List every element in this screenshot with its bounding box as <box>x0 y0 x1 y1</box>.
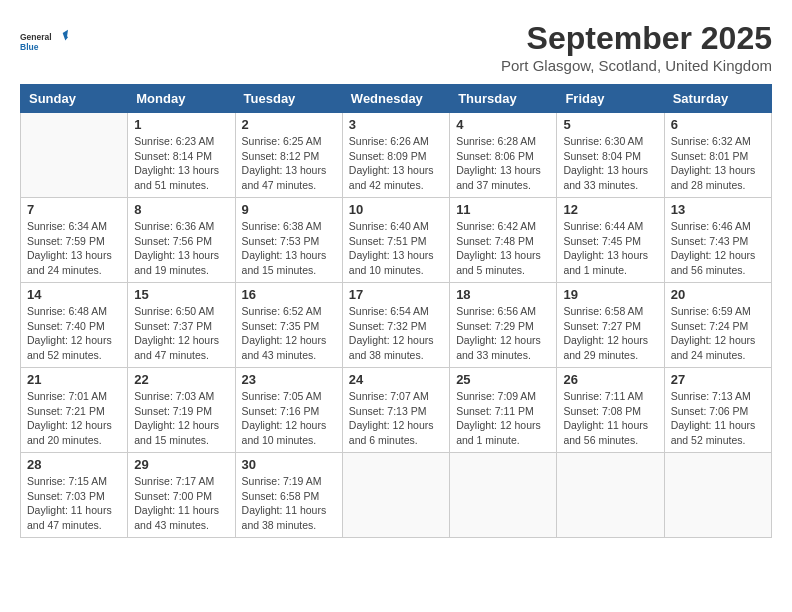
day-info: Sunrise: 6:44 AMSunset: 7:45 PMDaylight:… <box>563 219 657 278</box>
location: Port Glasgow, Scotland, United Kingdom <box>501 57 772 74</box>
day-info: Sunrise: 6:38 AMSunset: 7:53 PMDaylight:… <box>242 219 336 278</box>
calendar-cell: 22Sunrise: 7:03 AMSunset: 7:19 PMDayligh… <box>128 368 235 453</box>
day-info: Sunrise: 6:50 AMSunset: 7:37 PMDaylight:… <box>134 304 228 363</box>
weekday-header-thursday: Thursday <box>450 85 557 113</box>
logo-graphic: General Blue <box>20 20 68 64</box>
calendar-cell: 11Sunrise: 6:42 AMSunset: 7:48 PMDayligh… <box>450 198 557 283</box>
day-info: Sunrise: 7:15 AMSunset: 7:03 PMDaylight:… <box>27 474 121 533</box>
calendar-cell: 12Sunrise: 6:44 AMSunset: 7:45 PMDayligh… <box>557 198 664 283</box>
day-number: 25 <box>456 372 550 387</box>
day-info: Sunrise: 6:32 AMSunset: 8:01 PMDaylight:… <box>671 134 765 193</box>
day-info: Sunrise: 6:48 AMSunset: 7:40 PMDaylight:… <box>27 304 121 363</box>
day-number: 27 <box>671 372 765 387</box>
day-info: Sunrise: 6:23 AMSunset: 8:14 PMDaylight:… <box>134 134 228 193</box>
day-number: 10 <box>349 202 443 217</box>
calendar: SundayMondayTuesdayWednesdayThursdayFrid… <box>20 84 772 538</box>
day-number: 22 <box>134 372 228 387</box>
calendar-cell: 24Sunrise: 7:07 AMSunset: 7:13 PMDayligh… <box>342 368 449 453</box>
day-number: 23 <box>242 372 336 387</box>
calendar-cell <box>342 453 449 538</box>
calendar-cell: 15Sunrise: 6:50 AMSunset: 7:37 PMDayligh… <box>128 283 235 368</box>
calendar-cell: 3Sunrise: 6:26 AMSunset: 8:09 PMDaylight… <box>342 113 449 198</box>
day-number: 26 <box>563 372 657 387</box>
svg-text:General: General <box>20 32 52 42</box>
page-header: General Blue September 2025 Port Glasgow… <box>20 20 772 74</box>
day-info: Sunrise: 7:17 AMSunset: 7:00 PMDaylight:… <box>134 474 228 533</box>
week-row-4: 21Sunrise: 7:01 AMSunset: 7:21 PMDayligh… <box>21 368 772 453</box>
calendar-cell: 2Sunrise: 6:25 AMSunset: 8:12 PMDaylight… <box>235 113 342 198</box>
day-number: 24 <box>349 372 443 387</box>
calendar-cell: 9Sunrise: 6:38 AMSunset: 7:53 PMDaylight… <box>235 198 342 283</box>
calendar-cell: 25Sunrise: 7:09 AMSunset: 7:11 PMDayligh… <box>450 368 557 453</box>
calendar-cell: 10Sunrise: 6:40 AMSunset: 7:51 PMDayligh… <box>342 198 449 283</box>
svg-text:Blue: Blue <box>20 42 39 52</box>
day-number: 11 <box>456 202 550 217</box>
day-info: Sunrise: 6:25 AMSunset: 8:12 PMDaylight:… <box>242 134 336 193</box>
calendar-cell: 23Sunrise: 7:05 AMSunset: 7:16 PMDayligh… <box>235 368 342 453</box>
day-number: 3 <box>349 117 443 132</box>
calendar-cell <box>557 453 664 538</box>
calendar-cell: 7Sunrise: 6:34 AMSunset: 7:59 PMDaylight… <box>21 198 128 283</box>
weekday-header-friday: Friday <box>557 85 664 113</box>
logo-svg: General Blue <box>20 20 68 64</box>
day-number: 13 <box>671 202 765 217</box>
day-number: 21 <box>27 372 121 387</box>
week-row-5: 28Sunrise: 7:15 AMSunset: 7:03 PMDayligh… <box>21 453 772 538</box>
weekday-header-saturday: Saturday <box>664 85 771 113</box>
calendar-cell: 4Sunrise: 6:28 AMSunset: 8:06 PMDaylight… <box>450 113 557 198</box>
day-info: Sunrise: 7:19 AMSunset: 6:58 PMDaylight:… <box>242 474 336 533</box>
title-area: September 2025 Port Glasgow, Scotland, U… <box>501 20 772 74</box>
day-number: 30 <box>242 457 336 472</box>
calendar-cell: 26Sunrise: 7:11 AMSunset: 7:08 PMDayligh… <box>557 368 664 453</box>
day-info: Sunrise: 7:09 AMSunset: 7:11 PMDaylight:… <box>456 389 550 448</box>
week-row-1: 1Sunrise: 6:23 AMSunset: 8:14 PMDaylight… <box>21 113 772 198</box>
day-info: Sunrise: 7:05 AMSunset: 7:16 PMDaylight:… <box>242 389 336 448</box>
day-info: Sunrise: 6:42 AMSunset: 7:48 PMDaylight:… <box>456 219 550 278</box>
weekday-header-tuesday: Tuesday <box>235 85 342 113</box>
calendar-cell: 19Sunrise: 6:58 AMSunset: 7:27 PMDayligh… <box>557 283 664 368</box>
day-number: 19 <box>563 287 657 302</box>
calendar-cell: 29Sunrise: 7:17 AMSunset: 7:00 PMDayligh… <box>128 453 235 538</box>
day-info: Sunrise: 7:01 AMSunset: 7:21 PMDaylight:… <box>27 389 121 448</box>
calendar-cell <box>450 453 557 538</box>
day-info: Sunrise: 6:56 AMSunset: 7:29 PMDaylight:… <box>456 304 550 363</box>
day-number: 12 <box>563 202 657 217</box>
calendar-cell: 5Sunrise: 6:30 AMSunset: 8:04 PMDaylight… <box>557 113 664 198</box>
day-info: Sunrise: 6:46 AMSunset: 7:43 PMDaylight:… <box>671 219 765 278</box>
day-info: Sunrise: 6:30 AMSunset: 8:04 PMDaylight:… <box>563 134 657 193</box>
day-info: Sunrise: 6:26 AMSunset: 8:09 PMDaylight:… <box>349 134 443 193</box>
calendar-cell: 14Sunrise: 6:48 AMSunset: 7:40 PMDayligh… <box>21 283 128 368</box>
calendar-cell: 18Sunrise: 6:56 AMSunset: 7:29 PMDayligh… <box>450 283 557 368</box>
day-number: 9 <box>242 202 336 217</box>
day-number: 2 <box>242 117 336 132</box>
calendar-cell <box>21 113 128 198</box>
calendar-cell: 17Sunrise: 6:54 AMSunset: 7:32 PMDayligh… <box>342 283 449 368</box>
day-info: Sunrise: 7:03 AMSunset: 7:19 PMDaylight:… <box>134 389 228 448</box>
day-info: Sunrise: 6:36 AMSunset: 7:56 PMDaylight:… <box>134 219 228 278</box>
day-info: Sunrise: 7:11 AMSunset: 7:08 PMDaylight:… <box>563 389 657 448</box>
day-number: 28 <box>27 457 121 472</box>
week-row-2: 7Sunrise: 6:34 AMSunset: 7:59 PMDaylight… <box>21 198 772 283</box>
calendar-cell: 13Sunrise: 6:46 AMSunset: 7:43 PMDayligh… <box>664 198 771 283</box>
day-number: 20 <box>671 287 765 302</box>
weekday-header-monday: Monday <box>128 85 235 113</box>
day-info: Sunrise: 6:59 AMSunset: 7:24 PMDaylight:… <box>671 304 765 363</box>
calendar-cell: 6Sunrise: 6:32 AMSunset: 8:01 PMDaylight… <box>664 113 771 198</box>
day-info: Sunrise: 6:52 AMSunset: 7:35 PMDaylight:… <box>242 304 336 363</box>
weekday-header-sunday: Sunday <box>21 85 128 113</box>
day-number: 7 <box>27 202 121 217</box>
day-info: Sunrise: 6:40 AMSunset: 7:51 PMDaylight:… <box>349 219 443 278</box>
calendar-cell <box>664 453 771 538</box>
svg-marker-2 <box>63 30 68 41</box>
day-number: 29 <box>134 457 228 472</box>
calendar-cell: 1Sunrise: 6:23 AMSunset: 8:14 PMDaylight… <box>128 113 235 198</box>
calendar-cell: 21Sunrise: 7:01 AMSunset: 7:21 PMDayligh… <box>21 368 128 453</box>
day-info: Sunrise: 6:28 AMSunset: 8:06 PMDaylight:… <box>456 134 550 193</box>
day-info: Sunrise: 6:34 AMSunset: 7:59 PMDaylight:… <box>27 219 121 278</box>
calendar-cell: 16Sunrise: 6:52 AMSunset: 7:35 PMDayligh… <box>235 283 342 368</box>
calendar-cell: 27Sunrise: 7:13 AMSunset: 7:06 PMDayligh… <box>664 368 771 453</box>
weekday-header-wednesday: Wednesday <box>342 85 449 113</box>
month-title: September 2025 <box>501 20 772 57</box>
week-row-3: 14Sunrise: 6:48 AMSunset: 7:40 PMDayligh… <box>21 283 772 368</box>
day-number: 1 <box>134 117 228 132</box>
